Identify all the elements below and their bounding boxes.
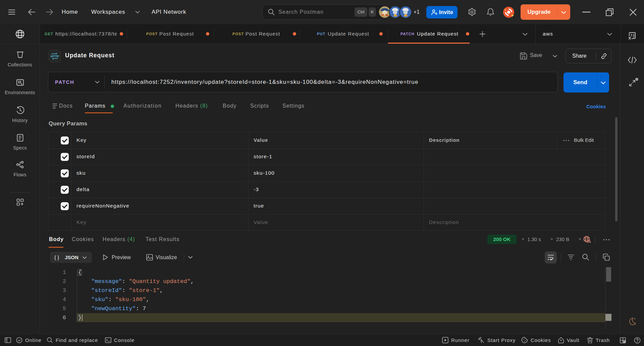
svg-text:HTTP: HTTP: [51, 54, 59, 58]
